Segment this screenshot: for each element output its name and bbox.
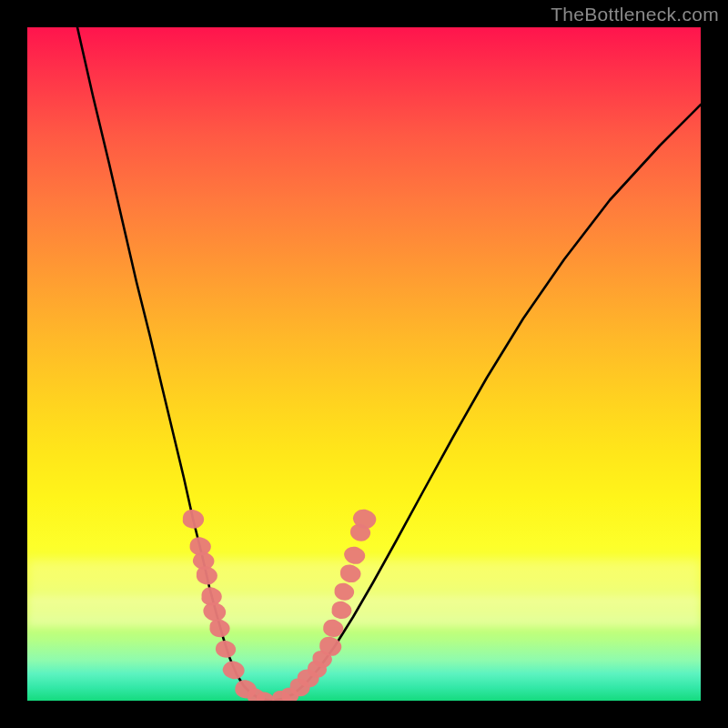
data-marker	[335, 583, 355, 601]
chart-svg	[27, 27, 701, 701]
data-marker	[209, 619, 229, 637]
data-marker	[203, 602, 226, 622]
bottleneck-curve	[77, 27, 701, 701]
data-marker	[344, 547, 365, 564]
data-marker	[257, 692, 275, 701]
chart-frame: TheBottleneck.com	[0, 0, 728, 728]
data-marker	[323, 620, 343, 637]
data-marker	[340, 564, 361, 582]
data-marker	[197, 566, 217, 584]
data-marker	[216, 641, 236, 658]
plot-area	[27, 27, 701, 701]
watermark-text: TheBottleneck.com	[551, 4, 719, 25]
data-marker	[223, 661, 245, 679]
data-marker	[332, 602, 352, 619]
data-marker	[183, 510, 204, 529]
